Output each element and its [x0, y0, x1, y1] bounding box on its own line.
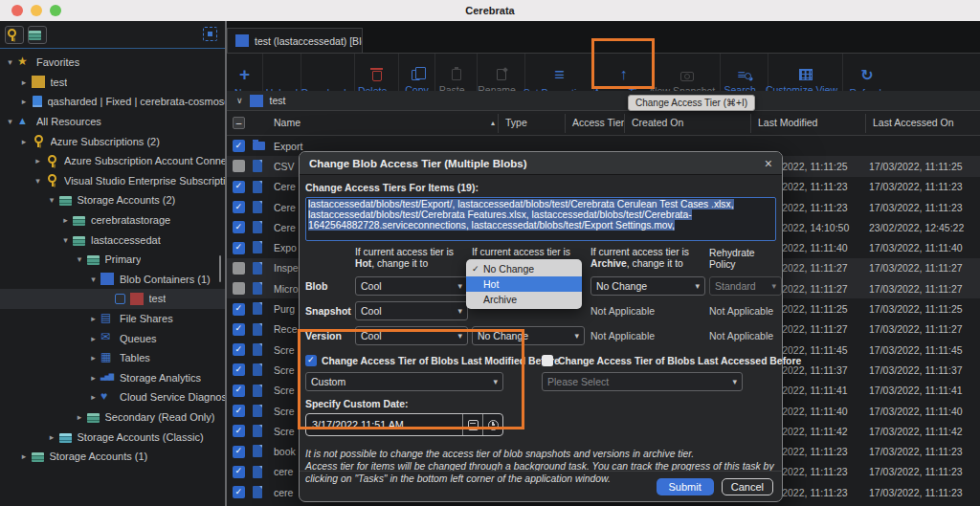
calendar-picker-button[interactable] [462, 414, 482, 435]
submit-button[interactable]: Submit [657, 478, 714, 495]
row-name: Expo [274, 242, 297, 253]
row-checkbox[interactable] [233, 282, 245, 295]
tree-item[interactable]: Storage Accounts (Classic) [0, 427, 225, 447]
column-access-tier[interactable]: Access Tier [572, 117, 624, 128]
tree-item[interactable]: Tables [0, 348, 225, 368]
tree-item[interactable]: qasharded | Fixed | cerebrata-cosmosdb-m [0, 92, 225, 112]
tree-caret-icon[interactable] [89, 373, 98, 383]
tree-item[interactable]: Visual Studio Enterprise Subscription – [0, 171, 225, 191]
tree-caret-icon[interactable] [20, 137, 29, 146]
tree-caret-icon[interactable] [20, 97, 29, 106]
column-last-accessed-on[interactable]: Last Accessed On [873, 117, 954, 128]
dropdown-option[interactable]: ✓ No Change [466, 261, 582, 276]
note-line-1: It is not possible to change the access … [305, 448, 776, 460]
tree-item[interactable]: All Resources [0, 112, 225, 132]
tree-item[interactable]: lastaccessedat [0, 230, 225, 250]
tree-caret-icon[interactable] [61, 235, 70, 245]
row-checkbox[interactable] [233, 303, 245, 316]
connections-key-button[interactable] [5, 26, 24, 44]
tree-caret-icon[interactable] [89, 275, 98, 284]
tree-caret-icon[interactable] [20, 77, 29, 87]
tab-blob-container[interactable]: test (lastaccessedat) [Blob [227, 28, 363, 53]
version-cool-combo[interactable]: No Change▾ [472, 326, 585, 345]
tree-caret-icon[interactable] [33, 156, 42, 165]
tree-caret-icon[interactable] [61, 215, 70, 225]
dialog-header[interactable]: Change Blob Access Tier (Multiple Blobs)… [300, 152, 782, 175]
row-checkbox[interactable] [233, 385, 245, 397]
group-row-test[interactable]: ∨ test [227, 91, 980, 111]
tree-caret-icon[interactable] [6, 117, 14, 126]
items-textarea[interactable]: lastaccessedat/blobs/test/Export/, lasta… [305, 197, 776, 241]
tree-caret-icon[interactable] [33, 176, 42, 186]
tree-item[interactable]: Blob Containers (1) [0, 270, 225, 290]
row-checkbox[interactable] [233, 140, 245, 152]
custom-date-value[interactable]: 3/17/2022 11:51 AM [306, 419, 462, 430]
column-name[interactable]: Name [274, 117, 301, 128]
tree-caret-icon[interactable] [6, 57, 14, 67]
tree-item[interactable]: Cloud Service Diagnostics [0, 387, 225, 407]
tree-item[interactable]: Queues [0, 328, 225, 348]
storage-icon [32, 452, 44, 462]
tree-caret-icon[interactable] [89, 392, 98, 402]
row-checkbox[interactable] [233, 466, 245, 478]
tree-caret-icon[interactable] [89, 314, 98, 323]
tree-item-checkbox[interactable] [115, 294, 125, 304]
blob-rehydrate-combo[interactable]: Standard▾ [709, 276, 782, 296]
row-checkbox[interactable] [233, 486, 245, 498]
tree-caret-icon[interactable] [89, 334, 98, 343]
last-accessed-combo[interactable]: Please Select▾ [542, 372, 743, 391]
tree-caret-icon[interactable] [48, 195, 56, 205]
tree-item[interactable]: Storage Analytics [0, 368, 225, 388]
row-checkbox[interactable] [233, 242, 245, 254]
tree-item[interactable]: test [0, 73, 225, 93]
tree-caret-icon[interactable] [20, 451, 29, 461]
storage-accounts-button[interactable] [28, 26, 47, 44]
dropdown-option[interactable]: Archive [466, 292, 582, 307]
tree-item[interactable]: Storage Accounts (2) [0, 190, 225, 210]
row-checkbox[interactable] [233, 425, 245, 437]
row-checkbox[interactable] [233, 363, 245, 376]
expand-collapse-all-button[interactable] [203, 27, 217, 41]
column-type[interactable]: Type [505, 117, 527, 128]
row-checkbox[interactable] [233, 405, 245, 417]
tree-item[interactable]: Favorites [0, 53, 225, 73]
row-checkbox[interactable] [233, 160, 245, 172]
tree-caret-icon[interactable] [89, 353, 98, 363]
row-checkbox[interactable] [233, 343, 245, 356]
tree-caret-icon[interactable] [76, 254, 84, 264]
tree-item[interactable]: test [0, 289, 225, 309]
tree-item[interactable]: Storage Accounts (1) [0, 447, 225, 467]
row-checkbox[interactable] [233, 323, 245, 336]
blob-hot-combo[interactable]: Cool▾ [355, 276, 468, 296]
snapshot-hot-combo[interactable]: Cool▾ [355, 301, 468, 320]
tree-item[interactable]: cerebratastorage [0, 210, 225, 231]
row-checkbox[interactable] [233, 181, 245, 193]
dropdown-option[interactable]: Hot [466, 276, 582, 292]
last-accessed-checkbox[interactable] [542, 355, 553, 366]
row-checkbox[interactable] [233, 201, 245, 213]
tree-caret-icon[interactable] [48, 432, 56, 442]
last-modified-combo[interactable]: Custom▾ [305, 372, 503, 391]
group-collapse-icon[interactable]: ∨ [236, 96, 243, 105]
tree-caret-icon[interactable] [76, 412, 84, 422]
tree-item[interactable]: Primary [0, 250, 225, 270]
sort-ascending-icon[interactable]: ▴ [491, 119, 495, 127]
last-modified-checkbox[interactable] [305, 355, 317, 366]
row-checkbox[interactable] [233, 446, 245, 458]
tree-item[interactable]: Azure Subscriptions (2) [0, 131, 225, 151]
column-created-on[interactable]: Created On [632, 117, 683, 128]
tree-item[interactable]: Secondary (Read Only) [0, 407, 225, 428]
time-picker-button[interactable] [482, 414, 502, 435]
version-hot-combo[interactable]: Cool▾ [355, 326, 468, 345]
sidebar-scrollbar[interactable] [219, 255, 221, 282]
close-icon[interactable]: × [765, 156, 772, 171]
tree-item[interactable]: File Shares [0, 309, 225, 329]
select-all-checkbox[interactable] [233, 117, 245, 129]
blob-archive-combo[interactable]: No Change▾ [590, 276, 705, 296]
row-checkbox[interactable] [233, 262, 245, 275]
row-checkbox[interactable] [233, 221, 245, 233]
tree-item[interactable]: Azure Subscription Account Connection [0, 151, 225, 171]
column-last-modified[interactable]: Last Modified [758, 117, 817, 128]
cancel-button[interactable]: Cancel [722, 478, 773, 495]
custom-date-input[interactable]: 3/17/2022 11:51 AM [305, 413, 503, 436]
